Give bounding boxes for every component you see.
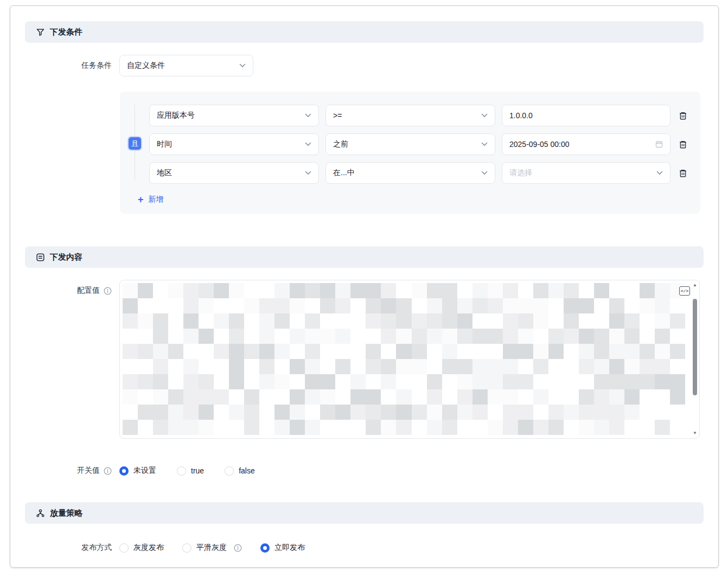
blurred-config-content (123, 283, 685, 435)
trash-icon (679, 169, 687, 178)
chevron-down-icon (656, 171, 663, 175)
radio-selected-icon (260, 543, 270, 553)
task-condition-label: 任务条件 (25, 55, 112, 76)
radio-option-gray-release[interactable]: 灰度发布 (119, 543, 164, 553)
condition-field-select[interactable]: 应用版本号 (149, 105, 319, 126)
scroll-up-icon[interactable]: ▲ (692, 283, 698, 288)
radio-selected-icon (119, 466, 129, 476)
chevron-down-icon (305, 142, 311, 146)
info-icon (104, 287, 112, 295)
chevron-down-icon (481, 113, 488, 118)
note-icon (36, 253, 45, 262)
radio-option-immediate-release[interactable]: 立即发布 (260, 543, 305, 553)
task-condition-value: 自定义条件 (127, 61, 165, 70)
section-title: 下发条件 (50, 27, 82, 37)
chevron-down-icon (481, 171, 488, 175)
filter-icon (36, 28, 45, 37)
trash-icon (679, 140, 687, 149)
code-view-icon[interactable]: </> (679, 286, 690, 296)
delete-condition-button[interactable] (679, 111, 687, 120)
form-card: 下发条件 任务条件 自定义条件 且 应用版本号 >= (10, 5, 719, 568)
section-header-conditions: 下发条件 (25, 21, 704, 43)
condition-operator-select[interactable]: 之前 (325, 133, 495, 155)
section-title: 下发内容 (50, 252, 82, 262)
condition-field-select[interactable]: 地区 (149, 162, 319, 184)
release-method-label: 发布方式 (25, 541, 112, 554)
info-icon (104, 467, 112, 475)
section-header-content: 下发内容 (25, 246, 704, 268)
scroll-down-icon[interactable]: ▼ (692, 431, 698, 436)
config-value-label: 配置值 (25, 280, 112, 302)
radio-option-smooth-gray[interactable]: 平滑灰度 (182, 543, 227, 553)
info-icon (234, 544, 242, 552)
strategy-tree-icon (36, 509, 45, 518)
logic-and-badge[interactable]: 且 (129, 137, 141, 150)
delete-condition-button[interactable] (679, 169, 687, 178)
condition-date-input[interactable]: 2025-09-05 00:00 (502, 133, 670, 155)
delete-condition-button[interactable] (679, 140, 687, 149)
switch-value-radio-group: 未设置 true false (119, 464, 704, 477)
radio-unselected-icon (182, 543, 191, 553)
release-method-radio-group: 灰度发布 平滑灰度 立即发布 (119, 541, 704, 554)
config-value-editor[interactable]: </> ▲ ▼ (119, 280, 700, 439)
chevron-down-icon (481, 142, 488, 146)
condition-value-select[interactable]: 请选择 (502, 162, 670, 184)
condition-group-panel: 且 应用版本号 >= 1.0.0.0 时间 (120, 92, 700, 214)
condition-row: 时间 之前 2025-09-05 00:00 (149, 133, 689, 155)
add-condition-button[interactable]: + 新增 (138, 195, 164, 204)
condition-operator-select[interactable]: 在...中 (325, 162, 495, 184)
condition-value-input[interactable]: 1.0.0.0 (502, 105, 670, 126)
radio-option-false[interactable]: false (225, 466, 255, 476)
radio-unselected-icon (119, 543, 129, 553)
editor-scrollbar[interactable]: ▲ ▼ (692, 283, 698, 436)
chevron-down-icon (239, 63, 246, 68)
chevron-down-icon (305, 113, 311, 118)
plus-icon: + (138, 195, 144, 204)
scrollbar-thumb[interactable] (693, 299, 697, 395)
condition-row: 地区 在...中 请选择 (149, 162, 689, 184)
radio-option-true[interactable]: true (177, 466, 204, 476)
task-condition-select[interactable]: 自定义条件 (119, 55, 253, 76)
radio-unselected-icon (225, 466, 234, 476)
section-title: 放量策略 (50, 508, 82, 518)
condition-row: 应用版本号 >= 1.0.0.0 (149, 105, 689, 126)
section-header-rollout: 放量策略 (25, 502, 704, 524)
condition-field-select[interactable]: 时间 (149, 133, 319, 155)
switch-value-label: 开关值 (25, 464, 112, 477)
radio-unselected-icon (177, 466, 186, 476)
condition-operator-select[interactable]: >= (325, 105, 495, 126)
trash-icon (679, 111, 687, 120)
radio-option-unset[interactable]: 未设置 (119, 466, 156, 476)
calendar-icon (655, 140, 663, 148)
chevron-down-icon (305, 171, 311, 175)
